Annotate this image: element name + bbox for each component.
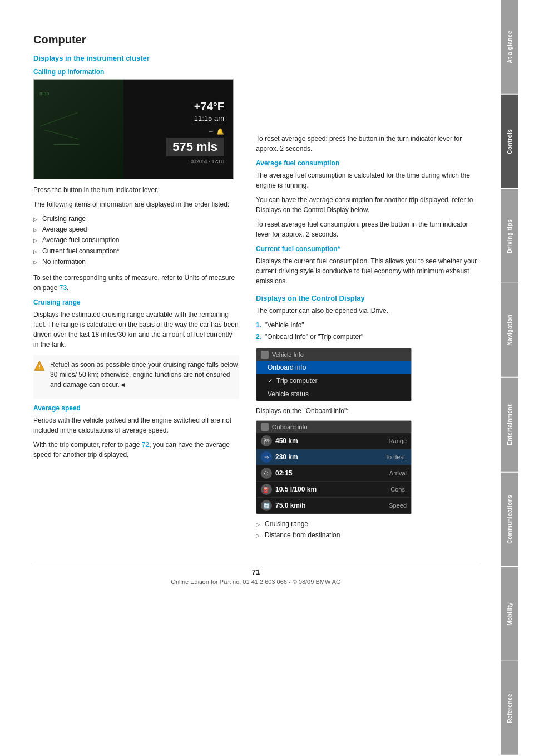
onboard-screen-header: Onboard info [256,421,411,433]
sidebar-tab-communications[interactable]: Communications [501,473,518,566]
screen-header-vehicle-info: Vehicle Info [256,348,411,361]
screen-header-icon [261,351,269,359]
para-avg-fuel-3: To reset average fuel consumption: press… [256,219,478,239]
sidebar-tab-entertainment[interactable]: Entertainment [501,378,518,472]
sub-heading-cruising: Cruising range [33,298,239,306]
onboard-row-dest: ⇒ 230 km To dest. [256,449,411,465]
sidebar-tab-driving-tips[interactable]: Driving tips [501,189,518,283]
menu-item-onboard-info[interactable]: Onboard info [256,361,411,374]
warning-icon: ! [33,360,46,372]
sidebar-tab-mobility[interactable]: Mobility [501,567,518,661]
list-item: Current fuel consumption* [33,246,239,257]
list-item-cruising: Cruising range [256,519,478,529]
onboard-row-arrival: ⏱ 02:15 Arrival [256,465,411,482]
sidebar-tab-reference[interactable]: Reference [501,661,518,755]
page-footer: 71 Online Edition for Part no. 01 41 2 6… [33,563,478,585]
list-item: No information [33,257,239,267]
section-heading-control-display: Displays on the Control Display [256,294,478,302]
onboard-row-cons: ⛽ 10.5 l/100 km Cons. [256,482,411,498]
steps-list: 1. "Vehicle Info" 2. "Onboard info" or "… [256,320,478,342]
bullets-after-screen: Cruising range Distance from destination [256,519,478,540]
vehicle-info-screen: Vehicle Info Onboard info Trip computer … [256,348,412,401]
sub-heading-current-fuel: Current fuel consumption* [256,245,478,253]
sidebar-tab-at-a-glance[interactable]: At a glance [501,0,518,94]
sub-heading-avg-speed: Average speed [33,404,239,412]
sub-heading-avg-fuel: Average fuel consumption [256,159,478,167]
list-item: Average speed [33,224,239,235]
list-item: Cruising range [33,214,239,224]
para-avg-speed-1: Periods with the vehicle parked and the … [33,415,239,435]
onboard-row-range: 🏁 450 km Range [256,433,411,449]
speed-icon: 🔄 [261,500,272,511]
para-units: To set the corresponding units of measur… [33,273,239,293]
sub-heading-calling: Calling up information [33,68,239,76]
para-current-fuel: Displays the current fuel consumption. T… [256,256,478,286]
menu-item-vehicle-status[interactable]: Vehicle status [256,387,411,401]
items-list: Cruising range Average speed Average fue… [33,214,239,267]
onboard-info-screen: Onboard info 🏁 450 km Range ⇒ 230 km To … [256,420,412,514]
dest-icon: ⇒ [261,451,272,463]
warning-text: Refuel as soon as possible once your cru… [50,360,239,390]
sidebar: At a glance Controls Driving tips Naviga… [501,0,518,756]
arrival-icon: ⏱ [261,468,272,479]
sidebar-tab-controls[interactable]: Controls [501,95,518,188]
para-avg-speed-2: With the trip computer, refer to page 72… [33,440,239,460]
menu-item-trip-computer[interactable]: Trip computer [256,374,411,387]
para-cruising: Displays the estimated cruising range av… [33,310,239,350]
para-following-items: The following items of information are d… [33,199,239,209]
svg-text:!: ! [38,364,41,370]
cons-icon: ⛽ [261,484,272,495]
footer-text: Online Edition for Part no. 01 41 2 603 … [33,578,478,585]
para-avg-fuel-2: You can have the average consumption for… [256,195,478,215]
page-number: 71 [33,568,478,576]
list-item: Average fuel consumption [33,235,239,246]
onboard-header-icon [261,423,269,431]
para-press-button: Press the button in the turn indicator l… [33,185,239,195]
page-title: Computer [33,33,239,46]
sidebar-tab-navigation[interactable]: Navigation [501,283,518,377]
para-reset-avg-speed: To reset average speed: press the button… [256,134,478,154]
section-heading-instrument: Displays in the instrument cluster [33,54,239,62]
link-page-72[interactable]: 72 [142,441,149,449]
step-2: 2. "Onboard info" or "Trip computer" [256,332,478,342]
list-item-distance: Distance from destination [256,530,478,541]
onboard-row-speed: 🔄 75.0 km/h Speed [256,498,411,514]
range-icon: 🏁 [261,435,272,446]
step-1: 1. "Vehicle Info" [256,320,478,331]
link-page-73[interactable]: 73 [60,284,67,292]
para-idrive: The computer can also be opened via iDri… [256,306,478,316]
instrument-cluster-image: map +74°F 11:15 am → 🔔 [33,79,234,179]
para-avg-fuel-1: The average fuel consumption is calculat… [256,170,478,190]
para-onboard-info: Displays on the "Onboard info": [256,406,478,416]
warning-box: ! Refuel as soon as possible once your c… [33,355,239,399]
